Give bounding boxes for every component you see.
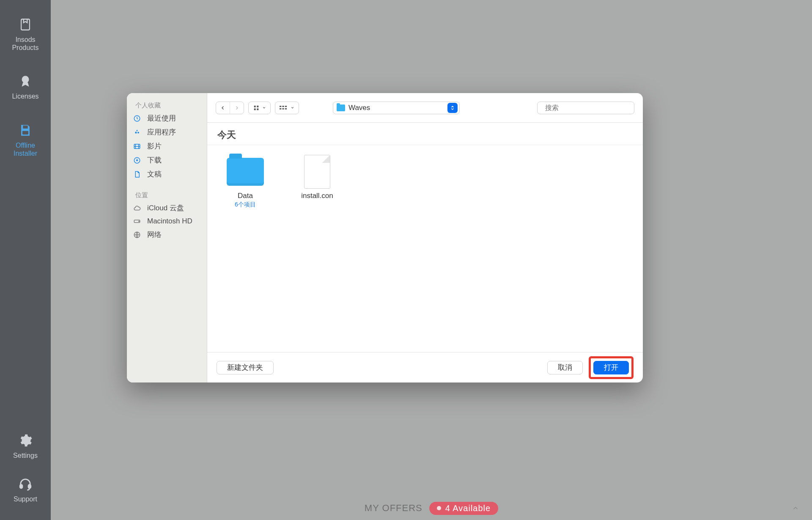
svg-rect-2	[23, 125, 27, 128]
sidebar-item-label: iCloud 云盘	[147, 203, 184, 213]
sidebar-item-macintosh-hd[interactable]: Macintosh HD	[127, 215, 207, 228]
sidebar-item-icloud[interactable]: iCloud 云盘	[127, 201, 207, 215]
film-icon	[135, 143, 143, 150]
path-dropdown-button[interactable]	[447, 103, 458, 113]
sidebar-item-label: 影片	[147, 141, 162, 151]
sidebar-item-label: 应用程序	[147, 127, 176, 137]
nav-products[interactable]: Insods Products	[12, 17, 38, 52]
chevron-up-icon[interactable]	[792, 504, 799, 512]
svg-rect-13	[257, 105, 258, 107]
svg-rect-21	[285, 108, 287, 109]
offers-badge: 4 Available	[429, 502, 498, 515]
badge-icon	[18, 74, 33, 89]
chevron-down-icon	[291, 106, 294, 110]
offers-bar[interactable]: MY OFFERS 4 Available	[51, 496, 812, 520]
sidebar-item-movies[interactable]: 影片	[127, 139, 207, 153]
document-icon	[304, 155, 330, 189]
dialog-footer: 新建文件夹 取消 打开	[207, 352, 643, 382]
dot-icon	[437, 506, 441, 510]
open-button[interactable]: 打开	[593, 361, 629, 374]
nav-label: Settings	[13, 451, 38, 459]
path-selector[interactable]: Waves	[333, 102, 460, 114]
file-name: Data	[238, 192, 253, 200]
svg-point-1	[22, 76, 29, 83]
cloud-icon	[135, 204, 143, 212]
search-field[interactable]	[537, 102, 634, 114]
download-icon	[135, 157, 143, 164]
svg-rect-18	[282, 106, 284, 107]
finder-sidebar: 个人收藏 最近使用 应用程序 影片 下载 文稿 位置	[127, 93, 207, 382]
sidebar-section-locations: 位置	[127, 189, 207, 201]
save-disk-icon	[18, 123, 33, 138]
app-sidebar: Insods Products Licenses Offline Install…	[0, 0, 51, 520]
svg-rect-19	[282, 108, 284, 109]
svg-rect-5	[28, 484, 31, 488]
svg-rect-17	[280, 108, 281, 109]
folder-icon	[227, 158, 264, 186]
open-button-highlight: 打开	[589, 356, 634, 379]
svg-rect-15	[257, 108, 258, 110]
forward-button[interactable]	[230, 102, 244, 114]
sidebar-item-downloads[interactable]: 下载	[127, 153, 207, 167]
nav-label: Insods Products	[12, 36, 38, 52]
svg-rect-3	[22, 131, 28, 135]
folder-icon	[337, 105, 345, 111]
svg-rect-12	[254, 105, 256, 107]
finder-toolbar: Waves	[207, 93, 643, 123]
group-by-button[interactable]	[275, 102, 299, 114]
path-label: Waves	[348, 104, 444, 112]
offers-badge-text: 4 Available	[445, 503, 491, 513]
nav-back-forward	[216, 102, 244, 114]
clock-icon	[135, 115, 143, 122]
nav-settings[interactable]: Settings	[13, 433, 38, 459]
file-meta: 6个项目	[235, 201, 256, 209]
svg-rect-14	[254, 108, 256, 110]
chevron-down-icon	[262, 106, 266, 110]
file-item-document[interactable]: install.con	[292, 155, 343, 209]
nav-licenses[interactable]: Licenses	[12, 74, 38, 100]
nav-offline-installer[interactable]: Offline Installer	[14, 123, 37, 157]
nav-support[interactable]: Support	[14, 476, 37, 503]
headset-icon	[18, 476, 33, 492]
sidebar-item-label: 最近使用	[147, 113, 176, 123]
apps-icon	[135, 129, 143, 136]
disk-icon	[135, 217, 143, 225]
view-mode-icons-button[interactable]	[248, 102, 271, 114]
nav-label: Support	[14, 495, 37, 503]
sidebar-item-documents[interactable]: 文稿	[127, 167, 207, 181]
svg-point-10	[139, 221, 140, 222]
nav-label: Licenses	[12, 92, 38, 100]
back-button[interactable]	[216, 102, 230, 114]
document-icon	[135, 171, 143, 178]
gear-icon	[18, 433, 33, 448]
file-open-dialog: 个人收藏 最近使用 应用程序 影片 下载 文稿 位置	[127, 93, 643, 382]
svg-rect-20	[285, 106, 287, 107]
products-icon	[18, 17, 33, 32]
offers-label: MY OFFERS	[365, 503, 422, 514]
svg-rect-4	[20, 484, 22, 488]
sidebar-item-network[interactable]: 网络	[127, 228, 207, 242]
sidebar-item-label: 网络	[147, 230, 162, 239]
svg-rect-0	[21, 19, 30, 30]
file-name: install.con	[301, 192, 333, 200]
sidebar-section-favorites: 个人收藏	[127, 99, 207, 111]
sidebar-item-label: 文稿	[147, 169, 162, 179]
sidebar-item-applications[interactable]: 应用程序	[127, 125, 207, 139]
nav-label: Offline Installer	[14, 141, 37, 157]
globe-icon	[135, 231, 143, 239]
sidebar-item-label: 下载	[147, 155, 162, 165]
file-item-folder[interactable]: Data 6个项目	[220, 155, 271, 209]
search-input[interactable]	[545, 104, 630, 112]
sidebar-item-label: Macintosh HD	[147, 217, 192, 226]
svg-rect-16	[280, 106, 281, 107]
sidebar-item-recents[interactable]: 最近使用	[127, 111, 207, 125]
cancel-button[interactable]: 取消	[547, 361, 583, 374]
file-browser[interactable]: 今天 Data 6个项目 install.con	[207, 123, 643, 352]
section-today: 今天	[207, 123, 643, 145]
finder-content: Waves 今天 Data 6个项目	[207, 93, 643, 382]
new-folder-button[interactable]: 新建文件夹	[217, 361, 274, 374]
